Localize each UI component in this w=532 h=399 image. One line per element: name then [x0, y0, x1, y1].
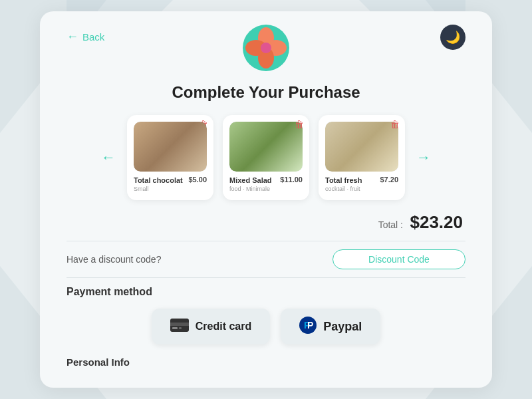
dark-mode-button[interactable]: 🌙	[440, 25, 466, 50]
back-label: Back	[82, 31, 104, 43]
credit-card-label: Credit card	[196, 321, 251, 332]
svg-text:P: P	[307, 320, 313, 331]
product-sub-3: cocktail · fruit	[325, 186, 362, 192]
product-image-2	[229, 122, 303, 172]
carousel-right-button[interactable]: →	[412, 146, 436, 170]
total-row: Total : $23.20	[66, 212, 466, 233]
carousel-left-button[interactable]: ←	[96, 146, 120, 170]
product-sub-1: Small	[134, 186, 183, 192]
product-name-2: Mixed Salad	[229, 176, 272, 185]
personal-info-title: Personal Info	[66, 356, 466, 368]
svg-rect-13	[170, 323, 189, 326]
moon-icon: 🌙	[446, 30, 460, 45]
divider-2	[66, 277, 466, 278]
page-background: ← Back 🌙 Complete Your Purc	[0, 0, 532, 399]
product-name-1: Total chocolat	[134, 176, 183, 185]
page-title: Complete Your Purchase	[66, 83, 466, 102]
product-card-1: 🗑 Total chocolat Small $5.00	[127, 115, 213, 200]
svg-rect-15	[179, 327, 182, 329]
product-info-3: Total fresh cocktail · fruit $7.20	[325, 176, 398, 192]
product-price-1: $5.00	[188, 176, 207, 184]
app-logo	[243, 25, 289, 71]
carousel-container: ← 🗑 Total chocolat Small $5.00	[66, 115, 466, 200]
payment-title: Payment method	[66, 286, 466, 298]
payment-options: Credit card P P Paypal	[66, 309, 466, 344]
back-arrow-icon: ←	[66, 30, 78, 44]
paypal-icon: P P	[299, 317, 317, 336]
total-label: Total :	[378, 219, 403, 230]
total-amount: $23.20	[410, 212, 463, 232]
discount-row: Have a discount code?	[66, 249, 466, 269]
main-card: ← Back 🌙 Complete Your Purc	[40, 11, 492, 388]
right-arrow-icon: →	[416, 149, 431, 166]
svg-rect-14	[172, 327, 178, 329]
divider-1	[66, 241, 466, 241]
credit-card-button[interactable]: Credit card	[152, 309, 270, 344]
product-card-2: 🗑 Mixed Salad food · Minimale $11.00	[223, 115, 309, 200]
product-sub-2: food · Minimale	[229, 186, 272, 192]
product-name-3: Total fresh	[325, 176, 362, 185]
credit-card-icon	[170, 319, 189, 334]
product-price-2: $11.00	[280, 176, 303, 184]
product-info-1: Total chocolat Small $5.00	[134, 176, 207, 192]
products-row: 🗑 Total chocolat Small $5.00 🗑	[127, 115, 405, 200]
paypal-button[interactable]: P P Paypal	[281, 309, 380, 344]
product-price-3: $7.20	[380, 176, 398, 184]
product-image-1	[134, 122, 207, 172]
delete-icon-3[interactable]: 🗑	[390, 119, 400, 130]
delete-icon-2[interactable]: 🗑	[295, 119, 304, 130]
discount-code-input[interactable]	[332, 249, 466, 269]
header-row: ← Back 🌙	[66, 25, 466, 50]
discount-label: Have a discount code?	[66, 254, 161, 265]
back-button[interactable]: ← Back	[66, 30, 104, 44]
product-card-3: 🗑 Total fresh cocktail · fruit $7.20	[319, 115, 405, 200]
logo-container	[243, 25, 289, 74]
paypal-label: Paypal	[323, 320, 362, 334]
left-arrow-icon: ←	[101, 149, 116, 166]
svg-point-11	[261, 43, 271, 53]
product-image-3	[325, 122, 398, 172]
product-info-2: Mixed Salad food · Minimale $11.00	[229, 176, 303, 192]
payment-method-section: Payment method Credit card	[66, 286, 466, 344]
